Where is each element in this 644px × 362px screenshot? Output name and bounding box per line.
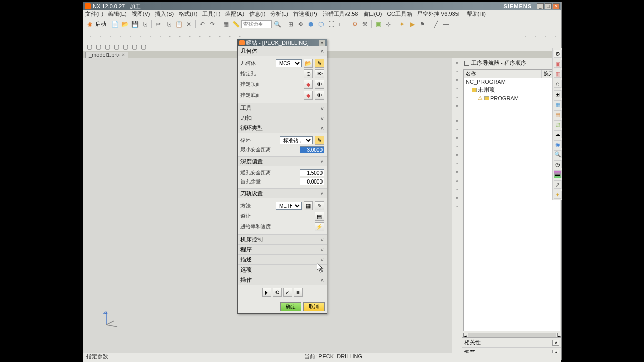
t2-11-icon[interactable]: ▫	[186, 32, 195, 41]
menu-gc[interactable]: GC工具箱	[387, 10, 412, 18]
menu-format[interactable]: 格式(R)	[179, 10, 197, 18]
section-path[interactable]: 刀轨设置∧	[238, 189, 327, 198]
line-icon[interactable]: ╱	[431, 20, 440, 29]
mt1-icon[interactable]: ▫	[454, 59, 461, 66]
maximize-button[interactable]: □	[545, 3, 552, 9]
mt14-icon[interactable]: ▫	[454, 177, 461, 184]
zoom-icon[interactable]: ⬡	[316, 20, 326, 29]
section-tool[interactable]: 工具∨	[238, 103, 327, 113]
undo-icon[interactable]: ↶	[198, 20, 207, 29]
tree-root[interactable]: NC_PROGRAM	[464, 78, 560, 85]
spec-hole-icon[interactable]: ⊙	[304, 69, 313, 78]
section-geometry[interactable]: 几何体∧	[238, 46, 327, 56]
t2-4-icon[interactable]: ▫	[115, 32, 124, 41]
t2-5-icon[interactable]: ▫	[125, 32, 134, 41]
spec-top-show-icon[interactable]: 👁	[315, 80, 324, 89]
method-new-icon[interactable]: ✎	[315, 201, 324, 210]
mt10-icon[interactable]: ▫	[454, 143, 461, 150]
rp3-icon[interactable]: ⎌	[554, 80, 562, 88]
list-icon[interactable]: ≡	[294, 288, 303, 297]
verify-icon[interactable]: ✓	[283, 288, 292, 297]
sel5-icon[interactable]: ▢	[121, 43, 129, 50]
mt2-icon[interactable]: ▫	[454, 68, 461, 75]
menu-preferences[interactable]: 首选项(P)	[293, 10, 317, 18]
rp5-icon[interactable]: ▦	[554, 100, 562, 108]
tree-program[interactable]: ⚠PROGRAM	[464, 94, 560, 102]
tool2-icon[interactable]: ⚒	[360, 20, 369, 29]
t2-3-icon[interactable]: ▫	[105, 32, 114, 41]
mt9-icon[interactable]: ▫	[454, 134, 461, 141]
t2-14-icon[interactable]: ▫	[216, 32, 225, 41]
view-mode-icon[interactable]: ⊞	[286, 20, 295, 29]
redo-icon[interactable]: ↷	[208, 20, 217, 29]
section-cycle[interactable]: 循环类型∧	[238, 123, 327, 133]
method-edit-icon[interactable]: ▦	[304, 201, 313, 210]
replay-icon[interactable]: ⟲	[273, 288, 282, 297]
menu-assemblies[interactable]: 装配(A)	[225, 10, 244, 18]
t2-6-icon[interactable]: ▫	[135, 32, 144, 41]
delete-icon[interactable]: ✕	[184, 20, 193, 29]
section-mc[interactable]: 机床控制∨	[238, 235, 327, 244]
cancel-button[interactable]: 取消	[303, 302, 325, 311]
t2-12-icon[interactable]: ▫	[196, 32, 205, 41]
menu-help[interactable]: 帮助(H)	[467, 10, 486, 18]
view-icon[interactable]: ▦	[221, 20, 230, 29]
rotate-icon[interactable]: ⬢	[306, 20, 315, 29]
rp1-icon[interactable]: ▣	[554, 60, 562, 68]
t2-7-icon[interactable]: ▫	[145, 32, 154, 41]
sel3-icon[interactable]: ▢	[103, 43, 111, 50]
tree-unused[interactable]: 未用项	[464, 85, 560, 94]
search-icon[interactable]: 🔍	[273, 20, 282, 29]
pan-icon[interactable]: ✥	[296, 20, 305, 29]
save-icon[interactable]: 💾	[130, 20, 139, 29]
mt6-icon[interactable]: ▫	[454, 102, 461, 109]
minimize-button[interactable]: _	[537, 3, 544, 9]
mt3-icon[interactable]: ▫	[454, 76, 461, 83]
dialog-close-icon[interactable]: ×	[319, 40, 325, 46]
cycle-select[interactable]: 标准钻，深孔...	[280, 136, 313, 144]
t2-8-icon[interactable]: ▫	[155, 32, 165, 41]
fit-icon[interactable]: ⛶	[327, 20, 336, 29]
t2-2-icon[interactable]: ▫	[95, 32, 104, 41]
sel2-icon[interactable]: ▢	[94, 43, 102, 50]
nav-tree[interactable]: 名称 换刀 NC_PROGRAM 未用项 ⚠PROGRAM	[463, 69, 560, 331]
sel7-icon[interactable]: ▢	[139, 43, 147, 50]
t2-r4-icon[interactable]: ▫	[550, 32, 559, 41]
tab-close-icon[interactable]: ×	[122, 52, 125, 58]
start-label[interactable]: 启动	[95, 20, 106, 28]
t2-r1-icon[interactable]: ▫	[520, 32, 529, 41]
command-search[interactable]	[242, 20, 272, 28]
measure-icon[interactable]: 📏	[231, 20, 240, 29]
sel6-icon[interactable]: ▢	[130, 43, 138, 50]
rp6-icon[interactable]: ▤	[554, 110, 562, 118]
menu-view[interactable]: 视图(V)	[132, 10, 150, 18]
t2-10-icon[interactable]: ▫	[176, 32, 185, 41]
rp2-icon[interactable]: ▥	[554, 70, 562, 78]
rp11-icon[interactable]: ◷	[554, 160, 562, 168]
section-action[interactable]: 操作∧	[238, 275, 327, 285]
document-tab[interactable]: _model1.prt ◦ ×	[85, 52, 128, 58]
axis-icon[interactable]: ⊹	[384, 20, 393, 29]
blind-input[interactable]	[300, 178, 324, 185]
copy-icon[interactable]: ⎘	[164, 20, 173, 29]
sel1-icon[interactable]: ▢	[85, 43, 93, 50]
section-axis[interactable]: 刀轴∨	[238, 113, 327, 123]
method-select[interactable]: METHOD	[276, 202, 302, 210]
t2-15-icon[interactable]: ▫	[226, 32, 235, 41]
flag-icon[interactable]: ⚑	[418, 20, 427, 29]
rp8-icon[interactable]: ☁	[554, 130, 562, 138]
ok-button[interactable]: 确定	[280, 302, 301, 311]
spec-bot-show-icon[interactable]: 👁	[315, 90, 324, 100]
feed-icon[interactable]: ⚡	[315, 222, 324, 231]
menu-window[interactable]: 窗口(O)	[363, 10, 382, 18]
sel4-icon[interactable]: ▢	[112, 43, 120, 50]
tab-pin-icon[interactable]: ◦	[118, 52, 120, 58]
rp12-icon[interactable]: ▬	[554, 170, 562, 178]
end-icon[interactable]: ―	[441, 20, 450, 29]
mt16-icon[interactable]: ▫	[454, 194, 461, 201]
section-opt[interactable]: 选项∨	[238, 265, 327, 275]
avoid-icon[interactable]: ▤	[315, 212, 324, 221]
geometry-new-icon[interactable]: ✎	[315, 59, 324, 68]
mt4-icon[interactable]: ▫	[454, 85, 461, 92]
nav-toggle-icon[interactable]	[464, 61, 469, 66]
